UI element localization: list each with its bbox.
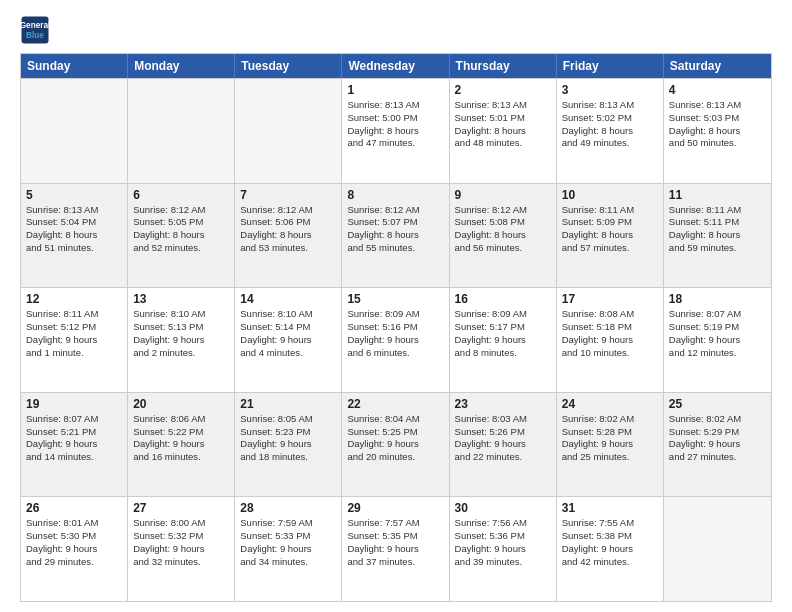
cell-info: Sunrise: 8:00 AMSunset: 5:32 PMDaylight:… [133,517,229,568]
cell-info: Sunrise: 8:07 AMSunset: 5:19 PMDaylight:… [669,308,766,359]
cal-cell: 24Sunrise: 8:02 AMSunset: 5:28 PMDayligh… [557,393,664,497]
cal-cell: 2Sunrise: 8:13 AMSunset: 5:01 PMDaylight… [450,79,557,183]
cal-cell: 3Sunrise: 8:13 AMSunset: 5:02 PMDaylight… [557,79,664,183]
day-number: 4 [669,83,766,97]
cal-cell: 17Sunrise: 8:08 AMSunset: 5:18 PMDayligh… [557,288,664,392]
header-day-saturday: Saturday [664,54,771,78]
day-number: 19 [26,397,122,411]
cal-cell: 7Sunrise: 8:12 AMSunset: 5:06 PMDaylight… [235,184,342,288]
header-day-sunday: Sunday [21,54,128,78]
day-number: 24 [562,397,658,411]
day-number: 10 [562,188,658,202]
header-day-friday: Friday [557,54,664,78]
cal-cell: 16Sunrise: 8:09 AMSunset: 5:17 PMDayligh… [450,288,557,392]
day-number: 3 [562,83,658,97]
header-day-thursday: Thursday [450,54,557,78]
cell-info: Sunrise: 8:12 AMSunset: 5:08 PMDaylight:… [455,204,551,255]
logo: General Blue [20,15,54,45]
cell-info: Sunrise: 8:13 AMSunset: 5:02 PMDaylight:… [562,99,658,150]
cell-info: Sunrise: 8:09 AMSunset: 5:16 PMDaylight:… [347,308,443,359]
cal-cell: 29Sunrise: 7:57 AMSunset: 5:35 PMDayligh… [342,497,449,601]
cal-cell [21,79,128,183]
day-number: 8 [347,188,443,202]
cal-cell: 21Sunrise: 8:05 AMSunset: 5:23 PMDayligh… [235,393,342,497]
cell-info: Sunrise: 8:04 AMSunset: 5:25 PMDaylight:… [347,413,443,464]
day-number: 21 [240,397,336,411]
header: General Blue [20,15,772,45]
day-number: 7 [240,188,336,202]
calendar-header: SundayMondayTuesdayWednesdayThursdayFrid… [21,54,771,78]
cell-info: Sunrise: 7:55 AMSunset: 5:38 PMDaylight:… [562,517,658,568]
week-row-1: 1Sunrise: 8:13 AMSunset: 5:00 PMDaylight… [21,78,771,183]
cal-cell: 8Sunrise: 8:12 AMSunset: 5:07 PMDaylight… [342,184,449,288]
day-number: 1 [347,83,443,97]
cal-cell: 20Sunrise: 8:06 AMSunset: 5:22 PMDayligh… [128,393,235,497]
day-number: 9 [455,188,551,202]
cal-cell: 18Sunrise: 8:07 AMSunset: 5:19 PMDayligh… [664,288,771,392]
cal-cell: 23Sunrise: 8:03 AMSunset: 5:26 PMDayligh… [450,393,557,497]
cell-info: Sunrise: 8:06 AMSunset: 5:22 PMDaylight:… [133,413,229,464]
cal-cell: 15Sunrise: 8:09 AMSunset: 5:16 PMDayligh… [342,288,449,392]
day-number: 22 [347,397,443,411]
day-number: 6 [133,188,229,202]
header-day-monday: Monday [128,54,235,78]
cell-info: Sunrise: 8:12 AMSunset: 5:07 PMDaylight:… [347,204,443,255]
cal-cell: 27Sunrise: 8:00 AMSunset: 5:32 PMDayligh… [128,497,235,601]
day-number: 26 [26,501,122,515]
week-row-5: 26Sunrise: 8:01 AMSunset: 5:30 PMDayligh… [21,496,771,601]
cell-info: Sunrise: 8:11 AMSunset: 5:09 PMDaylight:… [562,204,658,255]
day-number: 15 [347,292,443,306]
cell-info: Sunrise: 8:11 AMSunset: 5:12 PMDaylight:… [26,308,122,359]
day-number: 31 [562,501,658,515]
day-number: 30 [455,501,551,515]
day-number: 27 [133,501,229,515]
cal-cell: 31Sunrise: 7:55 AMSunset: 5:38 PMDayligh… [557,497,664,601]
day-number: 28 [240,501,336,515]
header-day-wednesday: Wednesday [342,54,449,78]
cal-cell [235,79,342,183]
day-number: 23 [455,397,551,411]
day-number: 20 [133,397,229,411]
cal-cell [128,79,235,183]
cal-cell: 30Sunrise: 7:56 AMSunset: 5:36 PMDayligh… [450,497,557,601]
day-number: 14 [240,292,336,306]
day-number: 11 [669,188,766,202]
week-row-4: 19Sunrise: 8:07 AMSunset: 5:21 PMDayligh… [21,392,771,497]
cal-cell: 12Sunrise: 8:11 AMSunset: 5:12 PMDayligh… [21,288,128,392]
cal-cell: 13Sunrise: 8:10 AMSunset: 5:13 PMDayligh… [128,288,235,392]
cal-cell: 9Sunrise: 8:12 AMSunset: 5:08 PMDaylight… [450,184,557,288]
cell-info: Sunrise: 7:56 AMSunset: 5:36 PMDaylight:… [455,517,551,568]
svg-text:Blue: Blue [26,31,44,40]
cell-info: Sunrise: 8:02 AMSunset: 5:28 PMDaylight:… [562,413,658,464]
svg-text:General: General [20,21,50,30]
cal-cell: 4Sunrise: 8:13 AMSunset: 5:03 PMDaylight… [664,79,771,183]
cal-cell: 25Sunrise: 8:02 AMSunset: 5:29 PMDayligh… [664,393,771,497]
cal-cell: 26Sunrise: 8:01 AMSunset: 5:30 PMDayligh… [21,497,128,601]
day-number: 29 [347,501,443,515]
calendar: SundayMondayTuesdayWednesdayThursdayFrid… [20,53,772,602]
day-number: 5 [26,188,122,202]
cell-info: Sunrise: 8:10 AMSunset: 5:14 PMDaylight:… [240,308,336,359]
day-number: 12 [26,292,122,306]
cell-info: Sunrise: 8:09 AMSunset: 5:17 PMDaylight:… [455,308,551,359]
cell-info: Sunrise: 8:13 AMSunset: 5:04 PMDaylight:… [26,204,122,255]
cell-info: Sunrise: 8:13 AMSunset: 5:00 PMDaylight:… [347,99,443,150]
cal-cell: 10Sunrise: 8:11 AMSunset: 5:09 PMDayligh… [557,184,664,288]
cal-cell: 22Sunrise: 8:04 AMSunset: 5:25 PMDayligh… [342,393,449,497]
cell-info: Sunrise: 8:08 AMSunset: 5:18 PMDaylight:… [562,308,658,359]
day-number: 18 [669,292,766,306]
header-day-tuesday: Tuesday [235,54,342,78]
day-number: 25 [669,397,766,411]
cell-info: Sunrise: 8:05 AMSunset: 5:23 PMDaylight:… [240,413,336,464]
cell-info: Sunrise: 8:13 AMSunset: 5:01 PMDaylight:… [455,99,551,150]
day-number: 13 [133,292,229,306]
day-number: 2 [455,83,551,97]
day-number: 17 [562,292,658,306]
calendar-body: 1Sunrise: 8:13 AMSunset: 5:00 PMDaylight… [21,78,771,601]
cal-cell: 19Sunrise: 8:07 AMSunset: 5:21 PMDayligh… [21,393,128,497]
week-row-2: 5Sunrise: 8:13 AMSunset: 5:04 PMDaylight… [21,183,771,288]
cell-info: Sunrise: 8:07 AMSunset: 5:21 PMDaylight:… [26,413,122,464]
day-number: 16 [455,292,551,306]
cell-info: Sunrise: 7:59 AMSunset: 5:33 PMDaylight:… [240,517,336,568]
cell-info: Sunrise: 8:01 AMSunset: 5:30 PMDaylight:… [26,517,122,568]
